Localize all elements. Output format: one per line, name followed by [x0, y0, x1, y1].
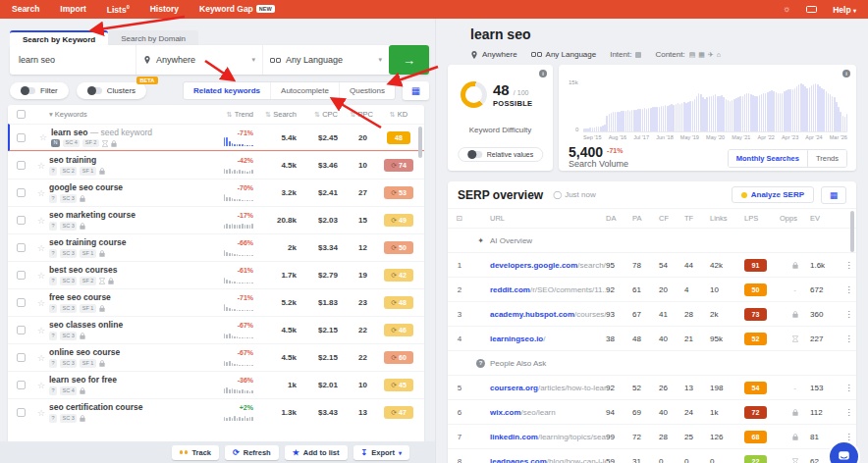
keyword-cell[interactable]: online seo course?SC 3SF 1 [49, 347, 208, 368]
row-menu-icon[interactable]: ⋮ [841, 285, 856, 294]
keyword-row[interactable]: ☆free seo course?SC 3SF 1-71%5.2k$1.8323… [8, 288, 424, 316]
kd-refresh-badge[interactable]: ⟳45 [384, 379, 413, 391]
keyword-cell[interactable]: google seo course?SC 3 [49, 182, 208, 203]
star-icon[interactable]: ☆ [33, 271, 49, 281]
theme-icon[interactable]: ☼ [783, 5, 790, 14]
keyword-cell[interactable]: learn seo — seed keywordNSC 4SF 2 [51, 128, 208, 148]
button-monthly-searches[interactable]: Monthly Searches [729, 150, 808, 167]
serp-result-row[interactable]: 8leadpages.com/blog/how-can-i-le...59310… [448, 448, 856, 463]
col-kd[interactable]: ⇅ KD [373, 110, 424, 119]
kd-refresh-badge[interactable]: ⟳60 [384, 351, 413, 364]
keyword-cell[interactable]: seo certification course?SC 3 [49, 402, 208, 423]
result-url[interactable]: linkedin.com/learning/topics/sea... [490, 433, 606, 441]
kd-refresh-badge[interactable]: ⟳48 [384, 296, 413, 309]
star-icon[interactable]: ☆ [33, 298, 49, 308]
keyword-search-input[interactable]: learn seo [10, 45, 136, 75]
result-url[interactable]: coursera.org/articles/how-to-lear... [490, 384, 606, 392]
keyword-row[interactable]: ☆seo classes online?SC 3-67%4.5k$2.1522⟳… [8, 316, 424, 343]
keyword-cell[interactable]: seo training?SC 2SF 1 [49, 155, 208, 176]
col-keywords[interactable]: ▾ Keywords [49, 110, 208, 119]
tab-related-keywords[interactable]: Related keywords [184, 82, 271, 99]
row-checkbox[interactable] [17, 216, 26, 225]
keyword-cell[interactable]: best seo courses?SC 3SF 2 [49, 265, 208, 285]
result-url[interactable]: developers.google.com/search/d... [490, 261, 606, 270]
serp-columns-button[interactable]: ▦ [821, 186, 846, 204]
row-checkbox[interactable] [17, 161, 26, 170]
serp-scrollbar[interactable] [850, 211, 854, 252]
nav-item-keyword-gap[interactable]: Keyword GapNEW [199, 4, 275, 15]
star-icon[interactable]: ☆ [33, 216, 49, 226]
col-trend[interactable]: ⇅ Trend [208, 110, 259, 119]
kd-refresh-badge[interactable]: ⟳74 [384, 159, 413, 172]
star-icon[interactable]: ☆ [33, 408, 49, 418]
star-icon[interactable]: ☆ [35, 132, 51, 142]
row-checkbox[interactable] [17, 326, 26, 334]
relative-values-toggle[interactable]: Relative values [458, 147, 543, 162]
serp-result-row[interactable]: 1developers.google.com/search/d...957854… [448, 252, 856, 277]
keyword-cell[interactable]: seo training course?SC 3SF 1 [49, 237, 208, 258]
keyword-cell[interactable]: seo marketing course?SC 3 [49, 210, 208, 231]
star-icon[interactable]: ☆ [33, 381, 49, 390]
star-icon[interactable]: ☆ [33, 243, 49, 253]
location-select[interactable]: Anywhere ▾ [136, 45, 262, 75]
info-icon[interactable]: i [539, 70, 547, 77]
video-icon[interactable] [806, 6, 817, 13]
result-url[interactable]: learningseo.io/ [490, 334, 606, 343]
serp-result-row[interactable]: 4learningseo.io/3848402195k52227⋮ [448, 326, 856, 350]
row-checkbox[interactable] [17, 243, 26, 252]
star-icon[interactable]: ☆ [33, 161, 49, 171]
result-url[interactable]: academy.hubspot.com/courses/s... [490, 310, 606, 319]
row-menu-icon[interactable]: ⋮ [841, 261, 856, 270]
serp-result-row[interactable]: 5coursera.org/articles/how-to-lear...925… [448, 375, 856, 399]
columns-button[interactable]: ▦ [403, 81, 429, 100]
toggle-filter[interactable]: Filter [10, 82, 69, 99]
keyword-row[interactable]: ☆seo training course?SC 3SF 1-66%2k$3.34… [8, 233, 424, 261]
row-menu-icon[interactable]: ⋮ [841, 408, 856, 417]
expand-icon[interactable]: ⊡ [448, 214, 471, 223]
star-icon[interactable]: ☆ [33, 188, 49, 198]
col-cpc[interactable]: ⇅ CPC [302, 110, 344, 119]
nav-item-history[interactable]: History [150, 4, 179, 15]
nav-item-lists[interactable]: Lists0 [107, 4, 130, 15]
col-search[interactable]: ⇅ Search [259, 110, 302, 119]
row-checkbox[interactable] [17, 381, 26, 389]
keyword-row[interactable]: ☆learn seo for free?SC 4-36%1k$2.0110⟳45 [8, 371, 424, 398]
kd-refresh-badge[interactable]: ⟳53 [384, 186, 413, 199]
add-to-list-button[interactable]: ★Add to list [285, 445, 348, 460]
kd-refresh-badge[interactable]: ⟳42 [384, 269, 413, 282]
analyze-serp-button[interactable]: Analyze SERP [732, 186, 814, 203]
keyword-row[interactable]: ☆seo marketing course?SC 3-17%20.8k$2.03… [8, 206, 424, 233]
row-checkbox[interactable] [17, 133, 26, 142]
row-checkbox[interactable] [17, 298, 26, 307]
tab-autocomplete[interactable]: Autocomplete [271, 82, 340, 99]
refresh-button[interactable]: ⟳Refresh [225, 445, 279, 460]
row-checkbox[interactable] [17, 188, 26, 197]
help-menu[interactable]: Help ▾ [833, 5, 856, 15]
toggle-clusters[interactable]: ClustersBETA [77, 82, 146, 99]
language-select[interactable]: Any Language ▾ [262, 45, 389, 75]
kd-refresh-badge[interactable]: ⟳49 [384, 214, 413, 227]
keyword-row[interactable]: ☆best seo courses?SC 3SF 2-61%1.7k$2.791… [8, 261, 424, 288]
kd-refresh-badge[interactable]: ⟳46 [384, 324, 413, 336]
row-checkbox[interactable] [17, 408, 26, 417]
row-menu-icon[interactable]: ⋮ [841, 334, 856, 343]
info-icon[interactable]: i [842, 70, 850, 77]
star-icon[interactable]: ☆ [33, 326, 49, 335]
serp-result-row[interactable]: 3academy.hubspot.com/courses/s...9367412… [448, 301, 856, 326]
select-all-checkbox[interactable] [17, 110, 26, 119]
result-url[interactable]: leadpages.com/blog/how-can-i-le... [490, 457, 606, 463]
keyword-cell[interactable]: free seo course?SC 3SF 1 [49, 292, 208, 313]
nav-item-search[interactable]: Search [12, 4, 39, 15]
kd-refresh-badge[interactable]: ⟳47 [384, 406, 413, 419]
tab-questions[interactable]: Questions [340, 82, 395, 99]
col-ppc[interactable]: ⇅ PPC [344, 110, 373, 119]
search-submit-button[interactable]: → [389, 45, 429, 75]
table-scrollbar[interactable] [418, 127, 422, 158]
kd-refresh-badge[interactable]: ⟳50 [384, 241, 413, 254]
star-icon[interactable]: ☆ [33, 353, 49, 363]
keyword-row[interactable]: ☆seo training?SC 2SF 1-42%4.5k$3.4610⟳74 [8, 151, 424, 179]
row-menu-icon[interactable]: ⋮ [841, 310, 856, 319]
track-button[interactable]: Track [172, 445, 219, 460]
nav-item-import[interactable]: Import [60, 4, 85, 15]
result-url[interactable]: reddit.com/r/SEO/comments/11... [490, 285, 606, 294]
